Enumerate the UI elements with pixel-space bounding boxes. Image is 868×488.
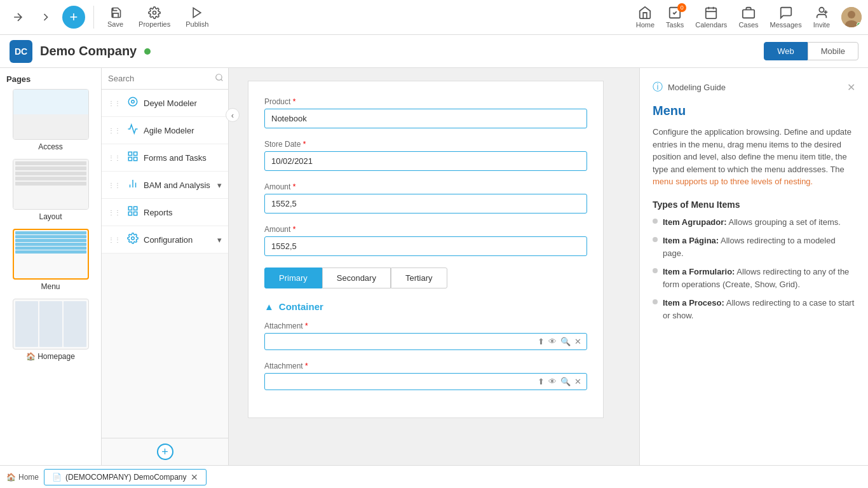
tasks-nav-icon[interactable]: 0 Tasks <box>666 6 684 29</box>
svg-point-29 <box>132 237 135 240</box>
cases-nav-icon[interactable]: Cases <box>738 6 758 29</box>
messages-nav-label: Messages <box>770 21 802 29</box>
primary-button[interactable]: Primary <box>264 268 322 288</box>
panel-item-formulario: Item a Formulario: Allows redirecting to… <box>653 266 855 290</box>
view-toggle: Web Mobile <box>764 42 858 60</box>
configuration-icon <box>127 233 139 247</box>
panel-item-text-agrupador: Item Agrupador: Allows grouping a set of… <box>663 216 841 229</box>
close-icon[interactable]: ✕ <box>574 337 581 346</box>
bottom-bar: 🏠 Home 📄 (DEMOCOMPANY) DemoCompany ✕ <box>0 465 868 488</box>
panel-header: ⓘ Modeling Guide ✕ <box>653 81 855 94</box>
eye-icon[interactable]: 👁 <box>548 337 557 346</box>
attachment1-input-row: ⬆ 👁 🔍 ✕ <box>264 333 587 350</box>
menu-item-label-bam-analysis: BAM and Analysis <box>144 180 212 190</box>
publish-button[interactable]: Publish <box>180 3 214 31</box>
store-date-input[interactable] <box>264 151 587 171</box>
menu-sidebar: ⋮⋮ Deyel Modeler ⋮⋮ Agile Modeler ⋮⋮ <box>102 68 229 465</box>
required-marker: * <box>305 322 308 330</box>
product-input[interactable] <box>264 109 587 128</box>
drag-handle-icon: ⋮⋮ <box>108 182 121 189</box>
save-button[interactable]: Save <box>102 3 128 31</box>
properties-button[interactable]: Properties <box>133 3 175 31</box>
messages-nav-icon[interactable]: Messages <box>770 6 802 29</box>
svg-rect-28 <box>128 212 132 215</box>
svg-rect-3 <box>706 8 717 19</box>
eye-icon[interactable]: 👁 <box>548 377 557 386</box>
toolbar-left: + Save Properties Publish <box>6 3 214 31</box>
svg-point-0 <box>153 11 156 15</box>
menu-item-label-configuration: Configuration <box>144 235 212 245</box>
svg-line-15 <box>221 79 223 81</box>
nesting-link[interactable]: menu supports up to three levels of nest… <box>653 177 813 186</box>
menu-search-bar <box>102 68 228 90</box>
required-marker: * <box>305 362 308 370</box>
toolbar-right: Home 0 Tasks Calendars Cases Messages In… <box>636 6 862 29</box>
add-button[interactable]: + <box>62 6 85 29</box>
menu-item-configuration[interactable]: ⋮⋮ Configuration ▾ <box>102 226 228 254</box>
container-section: ▲ Container Attachment * ⬆ 👁 🔍 ✕ <box>264 301 587 390</box>
panel-close-button[interactable]: ✕ <box>847 81 855 93</box>
drag-handle-icon: ⋮⋮ <box>108 154 121 161</box>
home-nav-icon[interactable]: Home <box>636 6 654 29</box>
collapse-sidebar-button[interactable]: ‹ <box>226 108 240 122</box>
search-icon[interactable]: 🔍 <box>560 377 571 386</box>
menu-search-input[interactable] <box>108 74 215 83</box>
demo-company-tab[interactable]: 📄 (DEMOCOMPANY) DemoCompany ✕ <box>44 469 206 485</box>
attachment2-label: Attachment * <box>264 362 587 370</box>
search-icon[interactable]: 🔍 <box>560 337 571 346</box>
required-marker: * <box>293 97 296 106</box>
menu-item-label-deyel-modeler: Deyel Modeler <box>144 98 222 108</box>
calendars-nav-icon[interactable]: Calendars <box>695 6 727 29</box>
close-icon[interactable]: ✕ <box>574 377 581 386</box>
svg-rect-19 <box>134 152 137 155</box>
tab-label: (DEMOCOMPANY) DemoCompany <box>65 473 186 482</box>
back-nav-button[interactable] <box>6 8 29 27</box>
bullet-agrupador <box>653 219 658 224</box>
svg-point-16 <box>128 97 137 106</box>
add-menu-item-button[interactable]: + <box>157 444 173 460</box>
invite-nav-icon[interactable]: Invite <box>813 6 830 29</box>
company-name: Demo Company <box>40 44 137 58</box>
upload-icon[interactable]: ⬆ <box>538 337 545 346</box>
menu-item-agile-modeler[interactable]: ⋮⋮ Agile Modeler <box>102 117 228 144</box>
amount2-input[interactable] <box>264 236 587 256</box>
secondary-button[interactable]: Secondary <box>322 268 391 288</box>
svg-point-12 <box>848 11 855 18</box>
home-tab[interactable]: 🏠 Home <box>6 473 39 482</box>
store-date-label: Store Date * <box>264 140 587 149</box>
panel-section-title: Types of Menu Items <box>653 200 855 210</box>
page-thumb-menu <box>13 229 89 280</box>
tab-close-button[interactable]: ✕ <box>191 472 198 482</box>
page-item-layout[interactable]: Layout <box>6 159 95 221</box>
mobile-view-button[interactable]: Mobile <box>808 42 858 60</box>
upload-icon[interactable]: ⬆ <box>538 377 545 386</box>
top-toolbar: + Save Properties Publish Home 0 Tasks C… <box>0 0 868 35</box>
menu-item-forms-tasks[interactable]: ⋮⋮ Forms and Tasks <box>102 144 228 172</box>
web-view-button[interactable]: Web <box>764 42 808 60</box>
user-avatar[interactable] <box>841 7 862 27</box>
home-nav-label: Home <box>636 21 654 29</box>
menu-add-area: + <box>102 438 228 465</box>
attachment2-input[interactable] <box>270 377 532 386</box>
thumb-menu-img <box>14 230 88 278</box>
company-logo: DC <box>10 40 32 63</box>
attachment1-input[interactable] <box>270 337 532 346</box>
amount2-label: Amount * <box>264 225 587 234</box>
menu-item-bam-analysis[interactable]: ⋮⋮ BAM and Analysis ▾ <box>102 172 228 199</box>
tertiary-button[interactable]: Tertiary <box>391 268 447 288</box>
chevron-down-icon-config: ▾ <box>217 235 222 245</box>
info-icon: ⓘ <box>653 81 663 94</box>
required-marker: * <box>293 225 296 234</box>
menu-item-reports[interactable]: ⋮⋮ Reports <box>102 199 228 226</box>
page-item-homepage[interactable]: 🏠Homepage <box>6 299 95 361</box>
menu-item-deyel-modeler[interactable]: ⋮⋮ Deyel Modeler <box>102 90 228 117</box>
thumb-layout-img <box>13 159 88 209</box>
separator <box>93 6 94 29</box>
attachment-field-1: Attachment * ⬆ 👁 🔍 ✕ <box>264 322 587 350</box>
menu-item-label-forms-tasks: Forms and Tasks <box>144 153 222 163</box>
amount1-input[interactable] <box>264 194 587 214</box>
page-item-menu[interactable]: Menu <box>6 229 95 291</box>
forward-nav-button[interactable] <box>34 8 57 27</box>
panel-main-title: Menu <box>653 104 855 118</box>
page-item-access[interactable]: Access <box>6 89 95 151</box>
